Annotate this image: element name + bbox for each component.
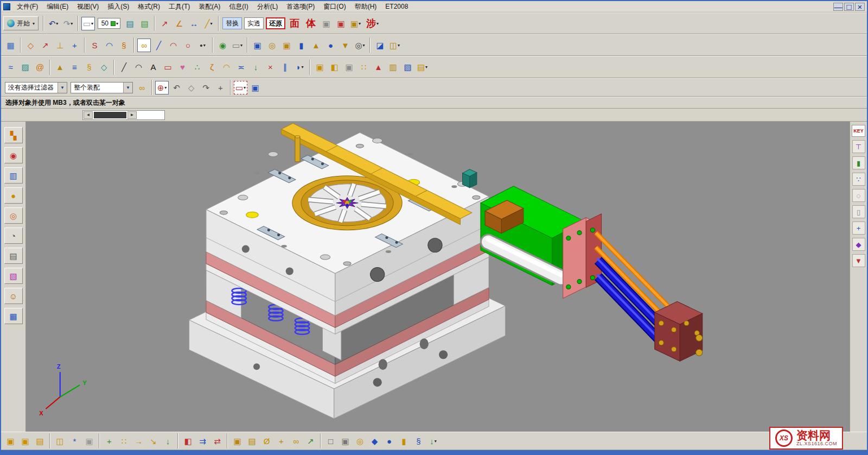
menu-item-8[interactable]: 分析(L) — [253, 1, 283, 12]
suppress-component-icon[interactable]: ▣ — [82, 434, 96, 448]
point2-icon-dropdown[interactable]: ▾ — [203, 43, 206, 48]
arc-tool-icon[interactable]: ◠ — [167, 39, 180, 52]
rectangle-tool-icon[interactable]: ▭ — [161, 60, 175, 74]
pair-components-icon[interactable]: ◫ — [53, 434, 67, 448]
part-navigator-icon[interactable]: ▥ — [4, 167, 23, 184]
red-solid-icon[interactable]: ▣ — [334, 17, 348, 30]
scale-dropdown[interactable]: ▾ — [116, 21, 118, 26]
menu-item-10[interactable]: 窗口(O) — [319, 1, 350, 12]
start-button[interactable]: 开始 ▾ — [3, 16, 39, 30]
point-set-icon[interactable]: ∴ — [190, 60, 204, 74]
measure-length-icon[interactable]: ╱▾ — [202, 17, 215, 30]
thicken-icon[interactable]: ▧ — [401, 60, 414, 74]
sphere-set-icon[interactable]: ∵ — [852, 173, 865, 186]
selection-filter-arrow[interactable]: ▼ — [58, 83, 67, 93]
line-tool-icon[interactable]: ╱ — [152, 39, 165, 52]
chain-link-icon[interactable]: ∞ — [289, 434, 303, 448]
display-mode-swatch[interactable]: ▭▾ — [81, 17, 95, 30]
scroll-thumb[interactable] — [94, 112, 126, 118]
scroll-down-icon[interactable]: ▼ — [852, 254, 865, 267]
boss-icon[interactable]: ▼ — [339, 39, 352, 52]
close-button[interactable]: × — [855, 3, 865, 11]
gold-solid-icon-dropdown[interactable]: ▾ — [359, 21, 361, 26]
display-mode-swatch-dropdown[interactable]: ▾ — [91, 21, 93, 26]
move-arrow-icon[interactable]: ↗ — [304, 434, 317, 448]
offset-curve-icon[interactable]: ≍ — [234, 60, 248, 74]
mate-constraint-icon[interactable]: ⇄ — [210, 434, 224, 448]
pattern-component-icon[interactable]: ∷ — [117, 434, 131, 448]
undo-icon-dropdown[interactable]: ▾ — [56, 21, 58, 26]
conic-icon[interactable]: ◠ — [103, 39, 116, 52]
droplet-icon[interactable]: ◗▾ — [293, 60, 307, 74]
copy-feature-icon[interactable]: ▣ — [342, 60, 356, 74]
measure-length-icon-dropdown[interactable]: ▾ — [210, 21, 213, 26]
through-curves-icon[interactable]: ≡ — [68, 60, 81, 74]
assemble-icon[interactable]: ↘ — [146, 434, 160, 448]
orient-view-icon[interactable]: ↶ — [170, 81, 183, 94]
project-curve-icon[interactable]: ↓ — [249, 60, 263, 74]
swirl-surface-icon[interactable]: @ — [33, 60, 47, 74]
studio-spline-icon[interactable]: ♥ — [176, 60, 189, 74]
swept-surface-icon[interactable]: ≈ — [4, 60, 17, 74]
start-dropdown[interactable]: ▾ — [33, 21, 35, 26]
n-sided-surface-icon[interactable]: ◇ — [97, 60, 111, 74]
promote-body-icon[interactable]: ▲ — [372, 60, 385, 74]
menu-item-5[interactable]: 工具(T) — [164, 1, 194, 12]
face-display-button[interactable]: 面 — [288, 17, 302, 29]
rectangle-select-icon-dropdown[interactable]: ▾ — [244, 85, 246, 90]
explode-assembly-icon[interactable]: * — [68, 434, 81, 448]
assembly-navigator-icon[interactable]: ▚ — [4, 127, 23, 143]
pattern-feature-icon[interactable]: ▣ — [313, 60, 327, 74]
intersect-curve-icon[interactable]: × — [264, 60, 277, 74]
datum-csys-icon[interactable]: ⊥ — [53, 39, 67, 52]
copy-display-icon[interactable]: ▣ — [320, 17, 333, 30]
replace-button[interactable]: 替换 — [222, 17, 242, 29]
revert-button[interactable]: 还原 — [266, 17, 285, 29]
wave-geometry-icon[interactable]: ▣ — [231, 434, 244, 448]
fastener-icon[interactable]: + — [275, 434, 288, 448]
section-surface-icon[interactable]: § — [82, 60, 96, 74]
pan-view-icon[interactable]: + — [214, 81, 227, 94]
gold-solid-icon[interactable]: ▣▾ — [349, 17, 362, 30]
profile-line-icon[interactable]: ╱ — [117, 60, 131, 74]
ring-part-icon[interactable]: ◎ — [353, 434, 367, 448]
unite-icon[interactable]: ◉ — [216, 39, 229, 52]
view-orientation-cube-icon[interactable]: ▣ — [248, 81, 262, 94]
interference-button-dropdown[interactable]: ▾ — [376, 21, 379, 26]
block-icon[interactable]: ▣ — [280, 39, 293, 52]
scroll-right-button[interactable]: ► — [127, 111, 137, 119]
move-component-icon[interactable]: → — [132, 434, 145, 448]
menu-item-1[interactable]: 编辑(E) — [42, 1, 73, 12]
materials-icon[interactable]: ▤ — [4, 248, 23, 264]
machining-icon[interactable]: ▣ — [339, 434, 352, 448]
cone-icon[interactable]: ▲ — [309, 39, 323, 52]
create-new-icon[interactable]: + — [103, 434, 116, 448]
ruled-surface-icon[interactable]: ▲ — [53, 60, 67, 74]
palette-icon[interactable]: ▧ — [4, 268, 23, 284]
datum-plane-icon[interactable]: ◇ — [24, 39, 37, 52]
touch-icon[interactable]: ▦ — [4, 308, 23, 324]
work-layer-icon[interactable]: ▤ — [123, 17, 137, 30]
align-components-icon[interactable]: ⇉ — [196, 434, 209, 448]
snap-point-icon-dropdown[interactable]: ▾ — [164, 85, 167, 90]
mesh-surface-icon[interactable]: ▨ — [18, 60, 32, 74]
sheet-body-icon[interactable]: ▭▾ — [231, 39, 244, 52]
interference-button[interactable]: 涉▾ — [364, 17, 381, 29]
sphere-tool-icon[interactable]: ● — [324, 39, 337, 52]
minimize-button[interactable]: — — [833, 3, 843, 11]
sketch-icon[interactable]: ▦ — [4, 39, 17, 52]
mirror-feature-icon[interactable]: ◧ — [328, 60, 341, 74]
rectangle-select-icon[interactable]: ▭▾ — [234, 81, 247, 94]
graphics-viewport[interactable]: Z Y X — [26, 122, 850, 432]
hydraulic-cylinder-assembly[interactable] — [596, 233, 702, 362]
trim-body-icon[interactable]: ◪ — [373, 39, 387, 52]
roles-icon[interactable]: ☺ — [4, 288, 23, 304]
array-feature-icon[interactable]: ∷ — [357, 60, 371, 74]
body-display-button[interactable]: 体 — [304, 17, 318, 29]
sew-icon[interactable]: ▥ — [386, 60, 400, 74]
shaded-cube-icon[interactable]: ◇ — [184, 81, 198, 94]
split-body-icon-dropdown[interactable]: ▾ — [398, 43, 400, 48]
selection-scope-arrow[interactable]: ▼ — [123, 83, 132, 93]
spline-icon[interactable]: S — [88, 39, 101, 52]
menu-item-11[interactable]: 帮助(H) — [350, 1, 381, 12]
